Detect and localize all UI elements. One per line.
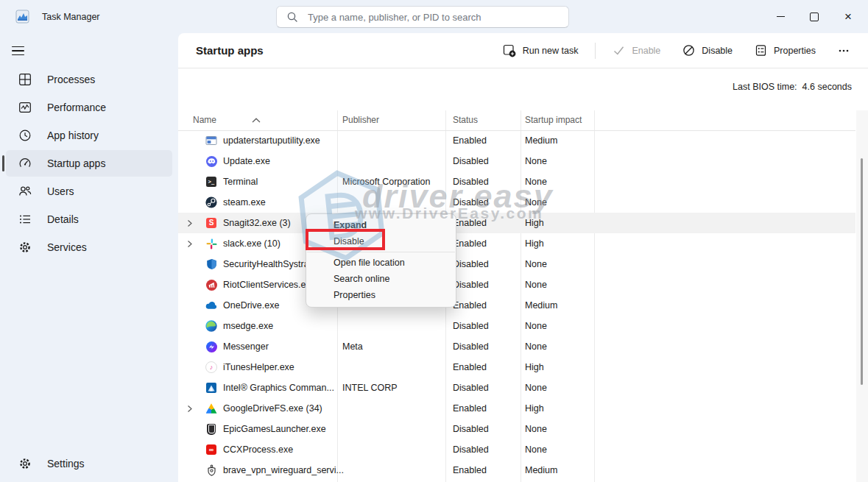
- task-manager-window: Task Manager × ProcessesPerformanceApp h…: [0, 0, 868, 482]
- edge-icon: [205, 320, 217, 332]
- more-options-button[interactable]: [830, 40, 858, 61]
- maximize-button[interactable]: [797, 4, 831, 29]
- table-row[interactable]: EpicGamesLauncher.exeDisabledNone: [178, 419, 855, 439]
- close-button[interactable]: ×: [831, 4, 865, 29]
- sidebar-item-users[interactable]: Users: [6, 178, 172, 205]
- terminal-icon: >_: [205, 176, 217, 188]
- table-row[interactable]: SSnagit32.exe (3)EnabledHigh: [178, 213, 855, 233]
- column-header-publisher[interactable]: Publisher: [342, 115, 379, 125]
- details-icon: [18, 213, 32, 226]
- row-name: brave_vpn_wireguard_servi...: [223, 460, 344, 481]
- column-header-name[interactable]: Name: [193, 115, 216, 125]
- row-name: RiotClientServices.exe: [223, 274, 316, 295]
- table-row[interactable]: Intel® Graphics Comman...INTEL CORPDisab…: [178, 378, 855, 398]
- row-startup-impact: None: [525, 151, 547, 171]
- steam-icon: [205, 196, 217, 208]
- table-row[interactable]: >_TerminalMicrosoft CorporationDisabledN…: [178, 171, 855, 192]
- table-row[interactable]: Update.exeDisabledNone: [178, 151, 855, 171]
- scrollbar-thumb[interactable]: [861, 158, 863, 385]
- properties-button[interactable]: Properties: [747, 40, 824, 61]
- menu-item-open-file-location[interactable]: Open file location: [306, 255, 456, 271]
- onedrive-icon: [205, 300, 217, 311]
- discord-icon: [205, 155, 217, 167]
- content-panel: Startup apps Run new taskEnableDisablePr…: [178, 33, 868, 482]
- app-window-icon: [205, 135, 217, 146]
- row-startup-impact: None: [525, 274, 547, 295]
- expand-chevron-icon[interactable]: [187, 214, 193, 235]
- sidebar-item-app-history[interactable]: App history: [6, 122, 172, 149]
- row-status: Disabled: [453, 316, 489, 336]
- sidebar-item-details[interactable]: Details: [6, 206, 172, 233]
- toolbar-button-label: Enable: [632, 46, 660, 56]
- processes-icon: [18, 73, 32, 86]
- table-row[interactable]: OneDrive.exeEnabledMedium: [178, 295, 855, 316]
- row-name: iTunesHelper.exe: [223, 357, 294, 378]
- expand-chevron-icon[interactable]: [187, 400, 193, 420]
- row-name: CCXProcess.exe: [223, 439, 293, 460]
- search-icon: [287, 12, 297, 22]
- enable-button[interactable]: Enable: [604, 40, 668, 61]
- properties-icon: [755, 44, 767, 57]
- search-input[interactable]: [306, 11, 568, 24]
- disable-circle-icon: [682, 44, 695, 57]
- row-publisher: Meta: [342, 336, 363, 357]
- sidebar-item-label: Performance: [47, 102, 106, 113]
- expand-chevron-icon[interactable]: [187, 235, 193, 255]
- row-status: Enabled: [453, 130, 487, 151]
- page-title: Startup apps: [196, 44, 264, 57]
- sidebar-item-processes[interactable]: Processes: [6, 66, 172, 93]
- row-name: updaterstartuputility.exe: [223, 130, 320, 151]
- row-startup-impact: Medium: [525, 130, 557, 151]
- services-icon: [18, 241, 32, 254]
- sort-ascending-icon: [252, 115, 261, 125]
- toolbar-button-label: Disable: [702, 46, 733, 56]
- table-row[interactable]: msedge.exeDisabledNone: [178, 316, 855, 336]
- performance-icon: [18, 101, 32, 114]
- table-row[interactable]: SecurityHealthSystrayDisabledNone: [178, 254, 855, 274]
- menu-item-search-online[interactable]: Search online: [306, 271, 456, 287]
- row-name: EpicGamesLauncher.exe: [223, 419, 326, 439]
- row-status: Disabled: [453, 378, 489, 398]
- row-publisher: Microsoft Corporation: [342, 171, 431, 192]
- row-startup-impact: None: [525, 192, 547, 213]
- row-status: Disabled: [453, 192, 489, 213]
- table-row[interactable]: GoogleDriveFS.exe (34)EnabledHigh: [178, 398, 855, 419]
- navigation-menu-button[interactable]: [10, 41, 32, 60]
- sidebar-item-startup-apps[interactable]: Startup apps: [6, 150, 172, 177]
- window-controls: ×: [763, 0, 865, 33]
- row-startup-impact: None: [525, 336, 547, 357]
- table-row[interactable]: slack.exe (10)EnabledHigh: [178, 233, 855, 254]
- riot-client-icon: [205, 279, 217, 291]
- intel-icon: [205, 382, 217, 394]
- sidebar-item-performance[interactable]: Performance: [6, 94, 172, 121]
- toolbar-button-label: Run new task: [523, 46, 579, 56]
- row-startup-impact: None: [525, 254, 547, 274]
- table-row[interactable]: MessengerMetaDisabledNone: [178, 336, 855, 357]
- table-row[interactable]: brave_vpn_wireguard_servi...EnabledMediu…: [178, 460, 855, 481]
- row-status: Disabled: [453, 171, 489, 192]
- row-name: SecurityHealthSystray: [223, 254, 314, 274]
- window-title: Task Manager: [42, 12, 100, 22]
- row-name: Intel® Graphics Comman...: [223, 378, 334, 398]
- toolbar-button-label: Properties: [774, 46, 816, 56]
- run-new-task-button[interactable]: Run new task: [495, 40, 587, 62]
- table-row[interactable]: RiotClientServices.exeDisabledNone: [178, 274, 855, 295]
- sidebar-item-services[interactable]: Services: [6, 234, 172, 261]
- table-row[interactable]: updaterstartuputility.exeEnabledMedium: [178, 130, 855, 151]
- table-row[interactable]: ♪iTunesHelper.exeEnabledHigh: [178, 357, 855, 378]
- row-status: Disabled: [453, 151, 489, 171]
- table-row[interactable]: ∞CCXProcess.exeDisabledNone: [178, 439, 855, 460]
- title-bar: Task Manager ×: [0, 0, 868, 33]
- row-status: Disabled: [453, 254, 489, 274]
- disable-button[interactable]: Disable: [674, 40, 741, 61]
- minimize-button[interactable]: [763, 4, 797, 29]
- row-status: Disabled: [453, 336, 489, 357]
- column-header-startup-impact[interactable]: Startup impact: [525, 115, 582, 125]
- sidebar-item-settings[interactable]: Settings: [6, 450, 172, 477]
- column-header-status[interactable]: Status: [453, 115, 478, 125]
- search-box[interactable]: [276, 6, 569, 28]
- row-name: Terminal: [223, 171, 258, 192]
- task-manager-icon: [15, 10, 29, 24]
- table-row[interactable]: steam.exeDisabledNone: [178, 192, 855, 213]
- menu-item-properties[interactable]: Properties: [306, 287, 456, 303]
